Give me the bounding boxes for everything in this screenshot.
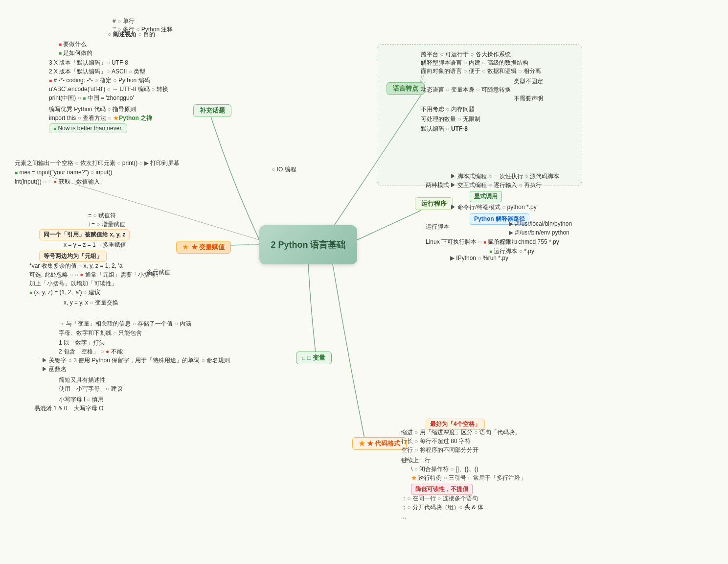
cs-cross-line: ★ 跨行特例 ○ 三引号 ○ 常用于「多行注释」 (411, 474, 526, 482)
cs-readability-warn: 降低可读性，不提倡 (411, 484, 473, 495)
var-careful-l: 小写字母 l ○ 慎用 (59, 396, 104, 404)
va-swap: x, y = y, x ○ 变量交换 (64, 299, 118, 307)
var-no-digit: 1 以「数字」打头 (59, 339, 105, 347)
va-tuple-box: 等号两边均为「元组」 (39, 251, 107, 262)
io-input: ■ mes = input("your name?") ○ input() (15, 169, 113, 176)
rp-script-mode: ▶ 脚本式编程 ○ 一次性执行 ○ 源代码脚本 (450, 172, 559, 181)
sup-comment-triple: ''' ○ 多行 ○ Python 注释 (113, 25, 173, 34)
cs-continue: 键续上一行 (401, 456, 431, 465)
rp-cmd-mode: ▶ 命令行/终端模式 ○ python *.py (450, 203, 537, 212)
lf-item-1: 跨平台 ○ 可运行于 ○ 各大操作系统 (421, 50, 511, 59)
topic-code-style: ★ ★ 代码格式 (352, 437, 407, 450)
sup-guideline: 编写优秀 Python 代码 ○ 指导原则 (49, 105, 136, 114)
sup-zen-quote: ■ Now is better than never. (49, 123, 127, 133)
var-chars: 字母、数字和下划线 ○ 只能包含 (59, 329, 142, 337)
center-node: 2 Python 语言基础 (259, 225, 357, 264)
sup-import-this: import this ○ 查看方法 ○ ★Python 之禅 (49, 114, 152, 122)
rp-shebang2: ▶ #!/usr/bin/env python (509, 229, 569, 236)
rp-shebang1: ▶ #!/usr/local/bin/python (509, 220, 572, 227)
io-branch: ○ IO 编程 (272, 165, 296, 174)
lf-item-8: 可处理的数量 ○ 无限制 (421, 115, 480, 123)
cs-semicolon-same: ：○ 在同一行 ○ 连接多个语句 (401, 494, 478, 503)
cs-blank-line: 空行 ○ 将程序的不同部分分开 (401, 446, 478, 454)
cs-indent: 缩进 ○ 用「缩进深度」区分 ○ 语句「代码块」 (401, 428, 521, 437)
rp-explicit-call: 显式调用 (470, 191, 502, 202)
var-no-space: 2 包含「空格」 ○ ● 不能 (59, 348, 123, 356)
lf-item-3: 面向对象的语言 ○ 便于 ○ 数据和逻辑 ○ 相分离 (421, 67, 541, 75)
va-assign-plus: += ○ 增量赋值 (88, 220, 125, 229)
sup-enc-3x: 3.X 版本「默认编码」○ UTF-8 (49, 59, 128, 67)
sup-enc-utf8: u'ABC'.encode('utf-8') ○ → UTF-8 编码 ○ 转换 (49, 85, 168, 94)
topic-variable: □ □ 变量 (296, 352, 332, 364)
va-optional: 可选, 此处忽略 ○ ○ ● 通常「元组」需要「小括号」 (29, 271, 161, 279)
var-short: 简短又具有描述性 (59, 376, 106, 384)
lf-item-5: 动态语言 ○ 变量本身 ○ 可随意转换 (421, 86, 511, 94)
var-keyword: ▶ 关键字 ○ 3 使用 Python 保留字，用于「特殊用途」的单词 ○ 命名… (42, 356, 230, 365)
var-confuse: 易混淆 1 & 0 大写字母 O (34, 404, 103, 413)
rp-linux-exec: Linux 下可执行脚本 ○ ■ 赋予权限 ○ chmod 755 *.py (426, 238, 559, 246)
va-paren-recommend: ■ (x, y, z) = (1, 2, 'a') ○ 建议 (29, 288, 100, 297)
va-star-var: *var 收集多余的值 ○ x, y, z = 1, 2, 'a' (29, 262, 124, 270)
va-multi-assign: x = y = z = 1 ○ 多重赋值 (64, 241, 126, 249)
lf-item-9: 默认编码 ○ UTF-8 (421, 125, 468, 133)
sup-how: ■ 是如何做的 (59, 49, 92, 57)
rp-two-modes: 两种模式 (426, 181, 449, 189)
var-funcname: ▶ 函数名 (42, 365, 67, 374)
sup-enc-2x: 2.X 版本「默认编码」○ ASCII ○ 类型 (49, 68, 145, 76)
lf-item-6: 不需要声明 (514, 94, 543, 103)
lf-item-7: 不用考虑 ○ 内存问题 (421, 105, 475, 114)
sup-what: ■ 要做什么 (59, 40, 87, 48)
topic-supplement: 补充话题 (193, 104, 231, 117)
va-ref-box: 同一个「引用」被赋值给 x, y, z (39, 229, 130, 240)
sup-comment-hash: # ○ 单行 (113, 17, 135, 25)
topic-run-program: 运行程序 (415, 197, 453, 210)
cs-line-len: 行长 ○ 每行不超过 80 字符 (401, 437, 471, 446)
va-multi-label: 多元赋值 (147, 268, 170, 277)
rp-run-script-label: 运行脚本 (426, 223, 449, 231)
va-paren-add: 加上「小括号」以增加「可读性」 (29, 280, 117, 288)
va-assign-eq: = ○ 赋值符 (88, 212, 116, 220)
io-print: 元素之间输出一个空格 ○ 依次打印元素 ○ print() ○ ▶ 打印到屏幕 (15, 159, 180, 167)
topic-language-features: 语言特点 (387, 82, 425, 95)
center-label: 2 Python 语言基础 (271, 239, 345, 251)
cs-semicolon-sep: ；○ 分开代码块（组）○ 头 & 体 (401, 503, 483, 512)
rp-interactive-mode: ▶ 交互式编程 ○ 逐行输入 ○ 再执行 (450, 181, 542, 189)
sup-print-cn: print(中国) ○ ■ 中国 = 'zhongguo' (49, 94, 134, 102)
var-meaning: → 与「变量」相关联的信息 ○ 存储了一个值 ○ 内涵 (59, 320, 191, 328)
lf-item-4: 类型不固定 (514, 77, 543, 86)
var-lowercase: 使用「小写字母」○ 建议 (59, 385, 123, 393)
io-int-input: int(input()) ○ ○ ● 获取「数值输入」 (15, 178, 106, 186)
lf-item-2: 解释型脚本语言 ○ 内建 ○ 高级的数据结构 (421, 59, 528, 67)
rp-ipython: ▶ IPython ○ %run *.py (450, 255, 508, 261)
cs-ellipsis: ... (401, 513, 406, 520)
mindmap-container: 2 Python 语言基础 语言特点 跨平台 ○ 可运行于 ○ 各大操作系统 解… (0, 0, 728, 564)
topic-variable-assign: ★ ★ 变量赋值 (176, 241, 231, 254)
cs-backslash: \ ○ 闭合操作符 ○ []、{}、() (411, 465, 478, 473)
sup-enc-coding: ■ # -*- coding: -*- ○ 指定 ○ Python 编码 (49, 76, 150, 85)
